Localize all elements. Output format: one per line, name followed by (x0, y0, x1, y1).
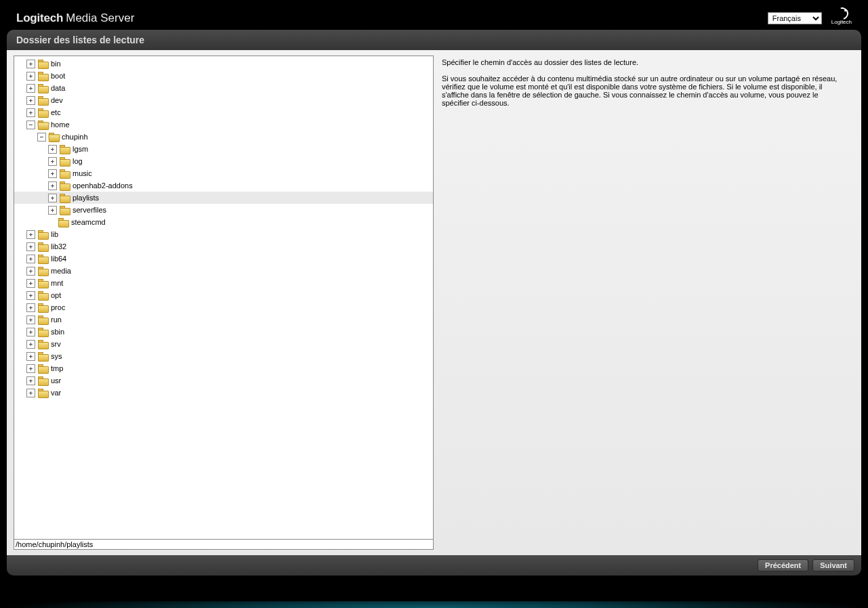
tree-row-home[interactable]: −home (14, 118, 433, 131)
expand-icon[interactable]: + (26, 389, 35, 397)
help-panel: Spécifier le chemin d'accès au dossier d… (434, 56, 854, 550)
tree-row-lgsm[interactable]: +lgsm (14, 143, 433, 155)
tree-label: dev (51, 94, 63, 106)
tree-label: lib64 (51, 253, 66, 265)
tree-row-openhab2-addons[interactable]: +openhab2-addons (14, 179, 433, 192)
collapse-icon[interactable]: − (26, 121, 35, 129)
tree-label: lgsm (73, 143, 88, 155)
expand-icon[interactable]: + (26, 328, 35, 336)
tree-label: run (51, 313, 62, 326)
tree-label: lib32 (51, 240, 66, 253)
expand-icon[interactable]: + (26, 352, 35, 361)
tree-row-steamcmd[interactable]: steamcmd (14, 216, 433, 228)
folder-icon (60, 157, 70, 166)
footer-bar: Précédent Suivant (7, 555, 861, 576)
tree-label: playlists (73, 192, 99, 204)
expand-icon[interactable]: + (26, 230, 35, 239)
folder-icon (38, 242, 49, 251)
folder-icon (38, 60, 49, 68)
folder-icon (38, 316, 49, 324)
tree-row-music[interactable]: +music (14, 167, 433, 179)
expand-icon[interactable]: + (26, 364, 35, 373)
folder-icon (38, 255, 49, 263)
tree-label: log (73, 155, 83, 167)
expand-icon[interactable]: + (48, 169, 57, 178)
tree-row-srv[interactable]: +srv (14, 338, 433, 350)
tree-label: boot (51, 70, 65, 82)
expand-icon[interactable]: + (26, 316, 35, 324)
next-button[interactable]: Suivant (812, 559, 854, 571)
tree-row-proc[interactable]: +proc (14, 301, 433, 313)
folder-icon (60, 181, 70, 190)
expand-icon[interactable]: + (26, 72, 35, 81)
tree-label: usr (51, 374, 61, 387)
expand-icon[interactable]: + (26, 108, 35, 117)
expand-icon[interactable]: + (26, 60, 35, 68)
expand-icon[interactable]: + (26, 376, 35, 385)
app-window: Logitech Media Server Français Logitech … (7, 7, 861, 601)
expand-icon[interactable]: + (48, 181, 57, 190)
tree-row-etc[interactable]: +etc (14, 106, 433, 118)
expand-icon[interactable]: + (26, 340, 35, 349)
expand-icon[interactable]: + (48, 194, 57, 202)
expand-icon[interactable]: + (26, 96, 35, 105)
tree-row-playlists[interactable]: +playlists (14, 192, 433, 204)
folder-icon (38, 364, 49, 373)
tree-row-dev[interactable]: +dev (14, 94, 433, 106)
expand-icon[interactable]: + (26, 242, 35, 251)
folder-icon (38, 108, 49, 117)
expand-icon[interactable]: + (26, 84, 35, 93)
path-input[interactable] (14, 539, 434, 550)
tree-label: data (51, 82, 65, 94)
tree-label: steamcmd (71, 216, 106, 228)
folder-icon (38, 84, 49, 93)
folder-icon (38, 96, 49, 105)
tree-row-media[interactable]: +media (14, 265, 433, 277)
tree-row-lib64[interactable]: +lib64 (14, 253, 433, 265)
tree-label: var (51, 387, 61, 399)
folder-icon (38, 279, 49, 288)
tree-row-sbin[interactable]: +sbin (14, 326, 433, 338)
folder-icon (38, 352, 49, 361)
tree-row-sys[interactable]: +sys (14, 350, 433, 362)
folder-icon (60, 145, 70, 154)
tree-row-boot[interactable]: +boot (14, 70, 433, 82)
expand-icon[interactable]: + (26, 303, 35, 312)
tree-row-chupinh[interactable]: −chupinh (14, 131, 433, 143)
tree-row-data[interactable]: +data (14, 82, 433, 94)
tree-label: sbin (51, 326, 64, 338)
tree-label: serverfiles (73, 204, 106, 216)
previous-button[interactable]: Précédent (758, 559, 808, 571)
tree-row-opt[interactable]: +opt (14, 289, 433, 301)
expand-icon[interactable]: + (26, 279, 35, 288)
tree-row-log[interactable]: +log (14, 155, 433, 167)
left-panel: +bin+boot+data+dev+etc−home−chupinh+lgsm… (14, 56, 434, 550)
folder-icon (38, 328, 49, 336)
tree-label: chupinh (62, 131, 88, 143)
expand-icon[interactable]: + (26, 267, 35, 276)
tree-label: mnt (51, 277, 63, 289)
folder-tree[interactable]: +bin+boot+data+dev+etc−home−chupinh+lgsm… (14, 56, 434, 540)
expand-icon[interactable]: + (26, 255, 35, 263)
folder-icon (38, 72, 49, 81)
tree-row-bin[interactable]: +bin (14, 58, 433, 70)
collapse-icon[interactable]: − (37, 133, 46, 142)
expand-icon[interactable]: + (48, 206, 57, 215)
tree-label: bin (51, 58, 61, 70)
expand-icon[interactable]: + (26, 291, 35, 300)
tree-row-tmp[interactable]: +tmp (14, 362, 433, 374)
tree-row-lib32[interactable]: +lib32 (14, 240, 433, 253)
language-select[interactable]: Français (768, 12, 822, 24)
expand-icon[interactable]: + (48, 145, 57, 154)
expand-icon[interactable]: + (48, 157, 57, 166)
tree-row-usr[interactable]: +usr (14, 374, 433, 387)
tree-row-serverfiles[interactable]: +serverfiles (14, 204, 433, 216)
tree-row-var[interactable]: +var (14, 387, 433, 399)
body-area: +bin+boot+data+dev+etc−home−chupinh+lgsm… (7, 50, 861, 555)
folder-icon (60, 194, 70, 202)
tree-row-run[interactable]: +run (14, 313, 433, 326)
help-text-2: Si vous souhaitez accéder à du contenu m… (442, 74, 846, 107)
tree-row-lib[interactable]: +lib (14, 228, 433, 240)
tree-label: proc (51, 301, 65, 313)
tree-row-mnt[interactable]: +mnt (14, 277, 433, 289)
